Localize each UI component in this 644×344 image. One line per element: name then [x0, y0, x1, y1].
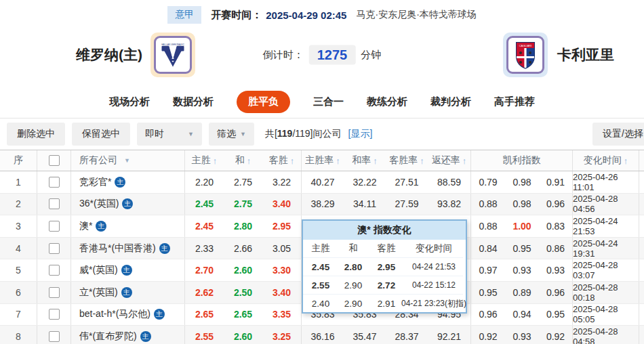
odds-cell: 2.80 — [224, 215, 262, 237]
instant-dropdown[interactable]: 即时 ▼ — [137, 123, 202, 146]
popup-col-header: 变化时间 — [405, 240, 463, 257]
company-cell[interactable]: bet-at-h*(马尔他)主 — [71, 304, 185, 326]
kelly-cell: 0.98 — [505, 194, 539, 215]
rate-cell: 93.82 — [428, 194, 471, 215]
sort-asc-icon: ↑ — [624, 156, 628, 166]
row-checkbox[interactable] — [49, 177, 60, 188]
row-checkbox[interactable] — [49, 331, 60, 342]
settings-select-button[interactable]: 设置/选择 — [592, 123, 644, 146]
company-cell[interactable]: 立*(英国)主 — [71, 282, 185, 303]
rate-cell: 27.51 — [386, 171, 428, 193]
row-checkbox[interactable] — [49, 243, 60, 254]
popup-col-header: 和 — [338, 240, 368, 257]
header-draw-rate[interactable]: 和率↑ — [344, 150, 386, 171]
away-crest-icon: CAGLIARI — [506, 36, 544, 74]
company-home-icon: 主 — [121, 287, 132, 298]
sort-asc-icon: ↑ — [213, 156, 218, 166]
header-change-time[interactable]: 变化时间↑ — [573, 150, 639, 171]
header-company[interactable]: 所有公司 ▼ — [71, 150, 185, 171]
delete-selected-button[interactable]: 删除选中 — [7, 123, 65, 146]
row-checkbox-cell — [37, 215, 71, 237]
chevron-down-icon: ▼ — [124, 157, 130, 164]
odds-cell: 2.95 — [262, 215, 302, 237]
chevron-down-icon: ▼ — [240, 131, 246, 137]
company-cell[interactable]: 威*(英国)主 — [71, 259, 185, 281]
change-time-cell: 2025-04-24 21:53 — [573, 215, 639, 237]
company-cell[interactable]: 竞彩官*主 — [71, 171, 185, 193]
popup-odds-cell: 2.90 — [338, 276, 368, 294]
odds-cell: 2.60 — [224, 259, 262, 281]
popup-col-header: 主胜 — [303, 240, 338, 257]
popup-odds-cell: 2.55 — [303, 276, 338, 294]
odds-cell: 2.60 — [224, 326, 262, 344]
row-checkbox[interactable] — [49, 198, 60, 209]
countdown-value: 1275 — [309, 45, 356, 65]
home-team-logo: HELLAS VERONA FC — [150, 33, 195, 77]
row-checkbox[interactable] — [49, 265, 60, 276]
change-time-cell: 2025-04-28 00:18 — [573, 282, 639, 303]
row-checkbox[interactable] — [49, 287, 60, 298]
nav-tab[interactable]: 三合一 — [313, 95, 344, 108]
odds-cell: 2.65 — [185, 304, 224, 326]
nav-tab[interactable]: 高手推荐 — [494, 95, 535, 108]
kelly-cell: 0.83 — [539, 215, 573, 237]
popup-col-header: 客胜 — [368, 240, 405, 257]
popup-odds-cell: 2.72 — [368, 276, 405, 294]
header-home-odds[interactable]: 主胜↑ — [185, 150, 224, 171]
venue: 马克·安东尼奥·本特戈蒂球场 — [356, 9, 476, 21]
change-time-cell: 2025-04-28 04:56 — [573, 194, 639, 215]
rate-cell: 32.22 — [344, 171, 386, 193]
company-home-icon: 主 — [96, 221, 106, 232]
company-cell[interactable]: 伟*(直布罗陀)主 — [71, 326, 185, 344]
odds-cell: 2.70 — [185, 259, 224, 281]
kelly-cell: 0.93 — [505, 259, 539, 281]
sort-asc-icon: ↑ — [290, 156, 295, 166]
kickoff-time: 2025-04-29 02:45 — [266, 9, 346, 21]
show-link[interactable]: [显示] — [348, 128, 373, 140]
odds-cell: 2.45 — [185, 194, 224, 215]
keep-selected-button[interactable]: 保留选中 — [72, 123, 130, 146]
popup-odds-cell: 2.91 — [368, 294, 405, 312]
nav-tab[interactable]: 教练分析 — [367, 95, 407, 108]
header-away-odds[interactable]: 客胜↑ — [262, 150, 302, 171]
kelly-cell: 0.89 — [505, 282, 539, 303]
company-cell[interactable]: 36*(英国)主 — [71, 194, 185, 215]
company-cell[interactable]: 香港马*(中国香港)主 — [71, 238, 185, 259]
popup-odds-cell: 2.95 — [368, 257, 405, 276]
row-checkbox[interactable] — [49, 309, 60, 320]
select-all-checkbox[interactable] — [49, 155, 60, 166]
row-checkbox[interactable] — [49, 221, 60, 232]
company-name: 立*(英国) — [79, 286, 118, 299]
header-home-rate[interactable]: 主胜率↑ — [302, 150, 344, 171]
rate-cell: 92.21 — [428, 326, 471, 344]
away-team-name: 卡利亚里 — [557, 45, 614, 64]
row-seq: 5 — [0, 259, 37, 281]
rate-cell: 34.11 — [344, 194, 386, 215]
sort-asc-icon: ↑ — [373, 156, 378, 166]
nav-tab[interactable]: 数据分析 — [173, 95, 214, 108]
popup-title: 澳* 指数变化 — [303, 221, 466, 240]
odds-cell: 2.45 — [185, 215, 224, 237]
rate-cell: 40.27 — [302, 171, 344, 193]
odds-cell: 2.75 — [224, 171, 262, 193]
nav-tab[interactable]: 裁判分析 — [430, 95, 471, 108]
odds-cell: 3.40 — [262, 194, 302, 215]
header-away-rate[interactable]: 客胜率↑ — [386, 150, 428, 171]
company-cell[interactable]: 澳*主 — [71, 215, 185, 237]
header-draw-odds[interactable]: 和↑ — [224, 150, 262, 171]
nav-tab[interactable]: 现场分析 — [109, 95, 150, 108]
row-seq: 3 — [0, 215, 37, 237]
filter-dropdown[interactable]: 筛选 ▼ — [209, 123, 254, 146]
odds-cell: 3.22 — [262, 171, 302, 193]
kelly-cell: 0.96 — [539, 194, 573, 215]
row-gutter — [639, 259, 644, 281]
change-time-cell: 2025-04-26 11:01 — [573, 171, 639, 193]
rate-cell: 88.59 — [428, 171, 471, 193]
header-return-rate[interactable]: 返还率↑ — [428, 150, 471, 171]
table-row: 1竞彩官*主2.202.753.2240.2732.2227.5188.590.… — [0, 171, 644, 194]
kelly-cell: 0.92 — [471, 326, 505, 344]
row-gutter — [639, 304, 644, 326]
row-gutter — [639, 215, 644, 237]
nav-tab[interactable]: 胜平负 — [237, 91, 290, 113]
chevron-down-icon: ▼ — [188, 131, 194, 137]
